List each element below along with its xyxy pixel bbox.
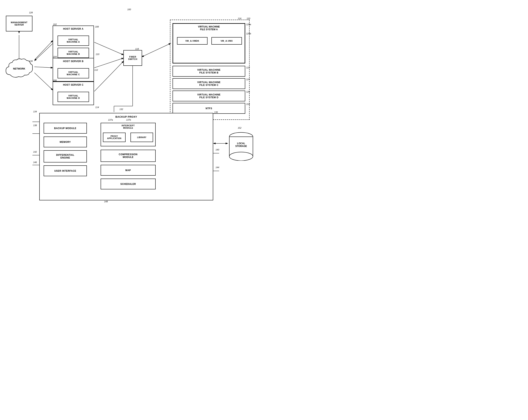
proxy-application-label: PROXYAPPLICATION [107, 135, 121, 140]
local-storage-cylinder: LOCALSTORAGE [228, 131, 254, 161]
user-interface-box: USER INTERFACE [44, 165, 87, 176]
compression-module-box: COMPRESSIONMODULE [101, 150, 156, 162]
differential-engine-box: DIFFERENTIALENGINE [44, 150, 87, 162]
host-server-c-box: HOST SERVER C VIRTUALMACHINE D [53, 82, 94, 105]
ref-102: 102 [53, 23, 57, 25]
ref-134: 134 [33, 110, 37, 113]
vmfs-b-box: VIRTUAL MACHINEFILE SYSTEM B [172, 66, 245, 77]
ref-137a: 137a [108, 119, 113, 121]
vm-a-vmdk-label: VM_A.VMDK [185, 40, 199, 42]
virtual-machine-a-box: VIRTUALMACHINE A [58, 36, 89, 46]
ref-118: 118 [135, 48, 139, 50]
ref-136: 136 [214, 111, 218, 113]
ref-100: 100 [127, 8, 131, 11]
svg-line-8 [34, 43, 53, 61]
svg-line-7 [34, 67, 53, 68]
library-label: LIBRARY [137, 136, 147, 139]
virtual-machine-b-label: VIRTUALMACHINE B [67, 50, 80, 55]
map-label: MAP [125, 169, 131, 172]
memory-box: MEMORY [44, 136, 87, 147]
intercept-module-box: INTERCEPTMODULE PROXYAPPLICATION LIBRARY [101, 123, 156, 146]
vm-a-vmdk-box: VM_A.VMDK [177, 37, 207, 45]
vmfs-b-label: VIRTUAL MACHINEFILE SYSTEM B [197, 69, 221, 74]
host-server-b-label: HOST SERVER B [53, 60, 94, 63]
host-server-c-label: HOST SERVER C [53, 84, 94, 86]
svg-line-9 [34, 73, 53, 90]
user-interface-label: USER INTERFACE [54, 169, 76, 172]
ref-110: 110 [96, 53, 99, 55]
ref-152: 152 [238, 127, 241, 129]
ref-106: 106 [53, 79, 57, 82]
vmfs-d-box: VIRTUAL MACHINEFILE SYSTEM D [172, 91, 245, 101]
virtual-machine-d-box: VIRTUALMACHINE D [58, 92, 89, 102]
differential-engine-label: DIFFERENTIALENGINE [56, 154, 74, 159]
ref-138: 138 [33, 124, 37, 127]
svg-line-6 [34, 40, 53, 60]
vm-a-vmx-label: VM_A.VMX [221, 40, 233, 42]
intercept-module-label: INTERCEPTMODULE [101, 124, 155, 129]
vm-a-vmx-box: VM_A.VMX [211, 37, 242, 45]
vmfs-a-outer-box: VIRTUAL MACHINEFILE SYSTEM A VM_A.VMDK V… [172, 23, 245, 63]
vmfs-c-box: VIRTUAL MACHINEFILE SYSTEM C [172, 78, 245, 89]
virtual-machine-d-label: VIRTUALMACHINE D [67, 95, 80, 99]
svg-line-11 [94, 58, 124, 68]
proxy-application-box: PROXYAPPLICATION [103, 132, 126, 142]
ref-130: 130 [29, 60, 33, 62]
ref-126: 126 [246, 91, 250, 93]
host-server-a-label: HOST SERVER A [53, 27, 94, 30]
map-box: MAP [101, 165, 156, 176]
host-server-a-box: HOST SERVER A VIRTUALMACHINE A VIRTUALMA… [53, 25, 94, 60]
vmfs-a-label: VIRTUAL MACHINEFILE SYSTEM A [173, 25, 245, 31]
management-server-box: MANAGEMENTSERVER [6, 16, 32, 31]
ref-120a: 120a [246, 23, 251, 25]
ref-122: 122 [246, 66, 250, 69]
ref-140: 140 [216, 148, 219, 151]
ref-104: 104 [53, 56, 57, 58]
library-box: LIBRARY [131, 132, 153, 142]
memory-label: MEMORY [60, 141, 71, 144]
compression-module-label: COMPRESSIONMODULE [119, 153, 138, 158]
ntfs-label: NTFS [205, 107, 212, 110]
network-label: NETWORK [13, 67, 25, 70]
ref-128: 128 [29, 12, 33, 14]
backup-proxy-box: BACKUP PROXY BACKUP MODULE MEMORY DIFFER… [39, 113, 213, 200]
main-diagram: 100 MANAGEMENTSERVER 128 NETWORK 130 HOS… [0, 0, 264, 210]
backup-module-box: BACKUP MODULE [44, 123, 87, 133]
vmfs-c-label: VIRTUAL MACHINEFILE SYSTEM C [197, 81, 221, 86]
ref-112: 112 [94, 69, 98, 71]
ref-132: 132 [120, 108, 123, 110]
ref-108: 108 [95, 25, 99, 28]
virtual-machine-c-label: VIRTUALMACHINE C [67, 71, 80, 76]
ref-144: 144 [216, 166, 219, 168]
fiber-switch-label: FIBERSWITCH [128, 56, 137, 60]
local-storage-label: LOCALSTORAGE [228, 142, 254, 147]
host-server-b-box: HOST SERVER B VIRTUALMACHINE C [53, 58, 94, 82]
ref-154: 154 [246, 103, 250, 105]
svg-line-12 [94, 61, 124, 91]
vmfs-d-label: VIRTUAL MACHINEFILE SYSTEM D [197, 93, 221, 99]
ref-142: 142 [33, 151, 37, 153]
ref-120b: 120b [246, 32, 251, 35]
virtual-machine-b-box: VIRTUALMACHINE B [58, 48, 89, 58]
ntfs-box: NTFS [172, 103, 245, 114]
ref-137b: 137b [126, 119, 131, 121]
ref-148: 148 [104, 200, 108, 203]
ref-114: 114 [95, 106, 99, 108]
scheduler-label: SCHEDULER [120, 183, 136, 185]
ref-146: 146 [33, 161, 37, 163]
virtual-machine-a-label: VIRTUALMACHINE A [67, 38, 80, 43]
fiber-switch-box: FIBERSWITCH [123, 50, 142, 66]
backup-module-label: BACKUP MODULE [54, 127, 76, 130]
ref-120: 120 [247, 17, 250, 20]
virtual-machine-c-box: VIRTUALMACHINE C [58, 68, 89, 78]
management-server-label: MANAGEMENTSERVER [11, 21, 27, 26]
ref-124: 124 [246, 78, 250, 81]
svg-point-27 [229, 152, 253, 161]
scheduler-box: SCHEDULER [101, 179, 156, 189]
svg-line-13 [142, 43, 171, 57]
backup-proxy-label: BACKUP PROXY [40, 115, 213, 118]
ref-116: 116 [238, 17, 241, 20]
